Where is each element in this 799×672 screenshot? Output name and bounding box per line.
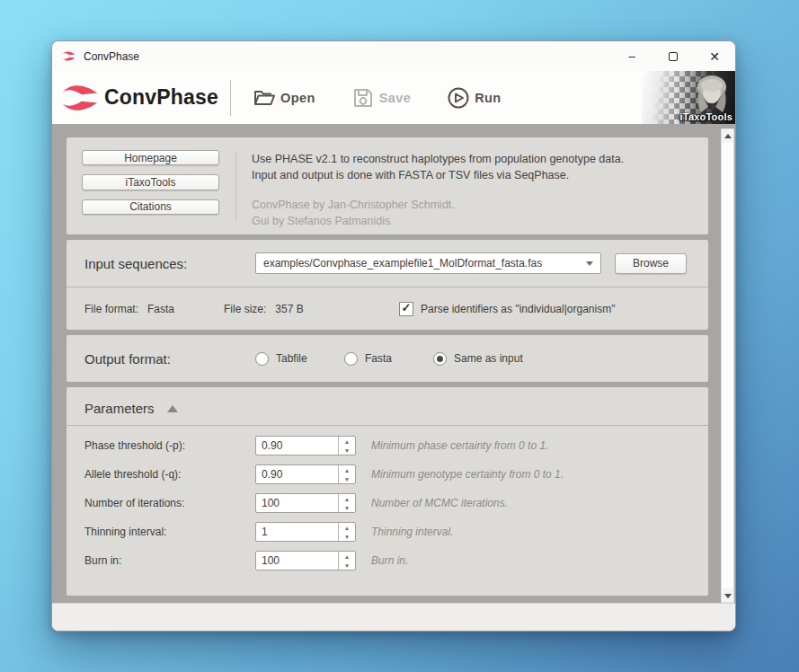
- input-panel: Input sequences: examples/Convphase_exam…: [67, 240, 708, 330]
- brand-logo: ConvPhase: [59, 80, 221, 116]
- param-label: Thinning interval:: [84, 526, 255, 538]
- spin-down-button[interactable]: ▼: [339, 446, 355, 455]
- toolbar: ConvPhase Open Save: [52, 71, 735, 124]
- about-description-line-2: Input and output is done with FASTA or T…: [252, 167, 624, 183]
- close-icon: ✕: [709, 49, 720, 64]
- check-icon: ✓: [402, 302, 412, 314]
- maximize-button[interactable]: [653, 41, 694, 71]
- param-spinbox-burn-in: ▲▼: [255, 551, 356, 570]
- param-label: Allele threshold (-q):: [84, 468, 255, 481]
- run-play-icon: [447, 86, 470, 110]
- spin-up-button[interactable]: ▲: [339, 494, 355, 503]
- output-panel: Output format: Tabfile Fasta Same as inp…: [67, 335, 708, 382]
- spin-down-button[interactable]: ▼: [339, 474, 355, 483]
- spinbox-input[interactable]: [256, 494, 338, 512]
- radio-label-tabfile: Tabfile: [276, 352, 307, 365]
- spin-down-button[interactable]: ▼: [339, 532, 355, 541]
- radio-label-same-as-input: Same as input: [454, 352, 523, 365]
- brand-logo-icon: [59, 80, 101, 116]
- file-format-label: File format:: [84, 303, 138, 315]
- toolbar-divider: [230, 80, 231, 116]
- open-label: Open: [280, 91, 315, 105]
- file-size-label: File size:: [224, 303, 266, 315]
- file-size-value: 357 B: [275, 303, 303, 315]
- spinbox-input[interactable]: [256, 552, 338, 570]
- param-row-phase-threshold: Phase threshold (-p): ▲▼ Minimum phase c…: [67, 436, 708, 455]
- param-description: Minimum phase certainty from 0 to 1.: [371, 439, 548, 452]
- radio-circle: [344, 352, 358, 366]
- scroll-up-button[interactable]: [722, 129, 733, 142]
- radio-option-same-as-input[interactable]: Same as input: [433, 352, 523, 366]
- combobox-arrow-icon: [586, 261, 593, 266]
- radio-dot: [437, 356, 443, 362]
- run-button[interactable]: Run: [441, 83, 506, 113]
- spin-up-button[interactable]: ▲: [339, 437, 355, 446]
- scroll-thumb[interactable]: [722, 143, 733, 588]
- checkbox-box: ✓: [399, 302, 413, 316]
- param-description: Minimum genotype certainty from 0 to 1.: [371, 468, 564, 481]
- about-panel: Homepage iTaxoTools Citations Use PHASE …: [67, 137, 708, 234]
- spinbox-input[interactable]: [256, 437, 338, 455]
- param-spinbox-iterations: ▲▼: [255, 493, 356, 513]
- param-spinbox-allele-threshold: ▲▼: [255, 464, 356, 484]
- homepage-button[interactable]: Homepage: [82, 150, 219, 165]
- scroll-down-icon: [724, 594, 732, 598]
- spin-up-button[interactable]: ▲: [339, 523, 355, 532]
- spinbox-input[interactable]: [256, 465, 338, 483]
- param-row-burn-in: Burn in: ▲▼ Burn in.: [67, 551, 708, 570]
- collapse-up-icon: [167, 405, 178, 412]
- param-label: Number of iterations:: [84, 497, 255, 509]
- param-description: Number of MCMC iterations.: [371, 497, 508, 509]
- output-format-label: Output format:: [84, 351, 255, 367]
- browse-button[interactable]: Browse: [615, 253, 687, 274]
- parse-identifiers-checkbox[interactable]: ✓ Parse identifiers as "individual|organ…: [399, 302, 615, 316]
- param-description: Burn in.: [371, 554, 408, 567]
- window-titlebar: ConvPhase – ✕: [52, 41, 735, 71]
- file-format-value: Fasta: [147, 303, 174, 315]
- parameters-header[interactable]: Parameters: [67, 398, 708, 418]
- credit-line-2: Gui by Stefanos Patmanidis.: [252, 213, 624, 229]
- parameters-panel: Parameters Phase threshold (-p): ▲▼ Mini…: [67, 387, 708, 596]
- radio-option-fasta[interactable]: Fasta: [344, 352, 433, 366]
- save-label: Save: [379, 91, 411, 105]
- param-label: Burn in:: [84, 554, 255, 567]
- itaxotools-logo: iTaxoTools: [642, 71, 735, 124]
- citations-button[interactable]: Citations: [82, 199, 219, 215]
- spin-down-button[interactable]: ▼: [339, 561, 355, 570]
- itaxotools-button[interactable]: iTaxoTools: [82, 174, 219, 190]
- spin-up-button[interactable]: ▲: [339, 465, 355, 474]
- credit-line-1: ConvPhase by Jan-Christopher Schmidt.: [252, 197, 624, 213]
- scroll-down-button[interactable]: [722, 589, 733, 602]
- param-row-thinning-interval: Thinning interval: ▲▼ Thinning interval.: [67, 522, 708, 542]
- spin-down-button[interactable]: ▼: [339, 503, 355, 512]
- window-title: ConvPhase: [84, 50, 139, 63]
- parse-identifiers-label: Parse identifiers as "individual|organis…: [421, 303, 615, 315]
- brand-wordmark: ConvPhase: [104, 85, 218, 110]
- param-spinbox-thinning-interval: ▲▼: [255, 522, 356, 542]
- save-floppy-icon: [351, 86, 375, 110]
- param-row-allele-threshold: Allele threshold (-q): ▲▼ Minimum genoty…: [67, 464, 708, 484]
- content-area: Homepage iTaxoTools Citations Use PHASE …: [52, 124, 735, 603]
- spinbox-input[interactable]: [256, 523, 338, 541]
- minimize-button[interactable]: –: [611, 41, 653, 71]
- param-spinbox-phase-threshold: ▲▼: [255, 436, 356, 455]
- param-label: Phase threshold (-p):: [84, 439, 255, 452]
- about-description-line-1: Use PHASE v2.1 to reconstruct haplotypes…: [252, 151, 624, 167]
- open-folder-icon: [253, 86, 276, 110]
- open-button[interactable]: Open: [247, 83, 321, 113]
- app-window: ConvPhase – ✕ ConvPhase Open: [51, 40, 736, 632]
- scroll-up-icon: [724, 134, 732, 138]
- spin-up-button[interactable]: ▲: [339, 552, 355, 561]
- app-icon: [61, 49, 76, 63]
- save-button[interactable]: Save: [346, 83, 416, 113]
- radio-option-tabfile[interactable]: Tabfile: [255, 352, 344, 366]
- close-button[interactable]: ✕: [694, 41, 735, 71]
- itaxotools-label: iTaxoTools: [680, 111, 732, 122]
- vertical-scrollbar[interactable]: [721, 128, 734, 603]
- status-bar: [52, 603, 735, 631]
- input-sequences-label: Input sequences:: [84, 256, 255, 271]
- param-description: Thinning interval.: [371, 526, 453, 538]
- radio-label-fasta: Fasta: [365, 352, 392, 365]
- input-file-combobox[interactable]: examples/Convphase_examplefile1_MolDform…: [255, 252, 601, 274]
- parameters-title: Parameters: [84, 401, 155, 416]
